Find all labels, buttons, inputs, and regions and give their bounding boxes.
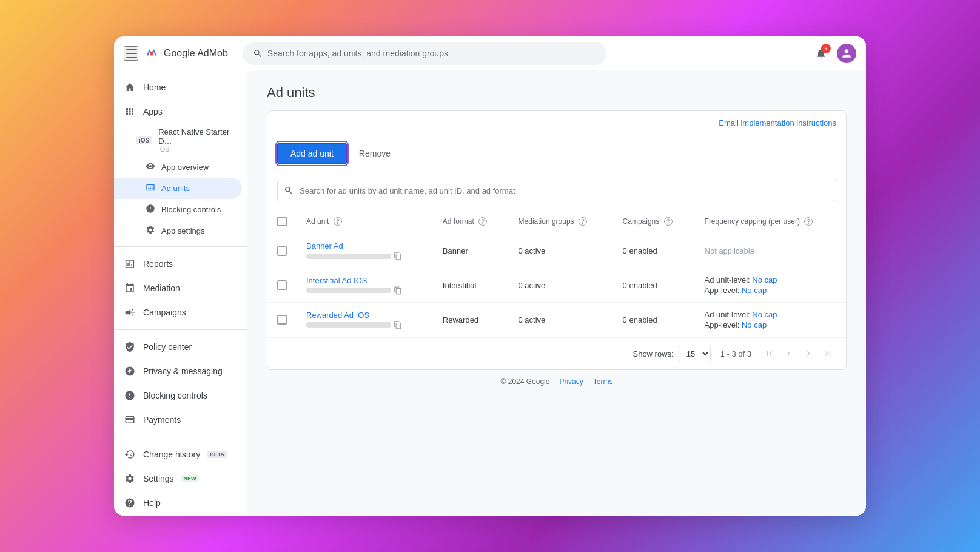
campaigns-1: 0 enabled [613, 268, 695, 303]
sidebar-item-apps[interactable]: Apps [114, 99, 242, 124]
ad-unit-name-2[interactable]: Rewarded Ad IOS [306, 311, 423, 320]
no-cap-app-1[interactable]: No cap [742, 286, 767, 295]
add-ad-unit-button[interactable]: Add ad unit [277, 143, 347, 164]
sidebar-sub-ad-units[interactable]: Ad units [114, 178, 242, 199]
blocking-controls-icon [146, 204, 155, 215]
new-badge: NEW [181, 475, 199, 482]
no-cap-unit-2[interactable]: No cap [752, 310, 777, 319]
sidebar-item-policy-center[interactable]: Policy center [114, 335, 242, 359]
logo-text: Google AdMob [164, 48, 228, 59]
email-implementation-link[interactable]: Email implementation instructions [719, 118, 836, 127]
table-search-input[interactable] [277, 180, 836, 201]
col-freq-capping: Frequency capping (per user) ? [695, 209, 846, 234]
ad-format-help-icon[interactable]: ? [478, 217, 487, 226]
policy-center-label: Policy center [143, 342, 192, 352]
select-all-header [267, 209, 297, 234]
rows-per-page-select[interactable]: 15 25 50 [679, 346, 711, 362]
freq-line2-1: App-level: No cap [705, 286, 836, 295]
campaigns-2: 0 enabled [613, 303, 695, 337]
mediation-icon [124, 282, 136, 294]
copy-icon-2[interactable] [394, 321, 402, 329]
apps-icon [124, 106, 136, 118]
sidebar-item-payments[interactable]: Payments [114, 408, 242, 432]
notification-button[interactable]: 3 [810, 42, 832, 64]
policy-icon [124, 341, 136, 353]
first-page-button[interactable] [761, 345, 778, 362]
row-checkbox-0[interactable] [277, 246, 287, 256]
col-ad-format: Ad format ? [433, 209, 509, 234]
avatar-button[interactable] [837, 44, 856, 63]
sidebar-app-item[interactable]: iOS React Native Starter D… iOS [114, 124, 247, 157]
avatar-icon [841, 47, 853, 59]
menu-button[interactable] [124, 46, 138, 61]
sidebar-sub-app-settings[interactable]: App settings [114, 220, 242, 241]
ad-unit-id-1 [306, 286, 423, 295]
freq-capping-2: Ad unit-level: No cap App-level: No cap [695, 303, 846, 337]
next-page-button[interactable] [800, 345, 817, 362]
sidebar-item-settings[interactable]: Settings NEW [114, 466, 242, 491]
notification-badge: 3 [821, 44, 831, 53]
sidebar-item-reports[interactable]: Reports [114, 252, 242, 276]
app-name: React Native Starter D… [158, 127, 237, 146]
sidebar-item-campaigns[interactable]: Campaigns [114, 300, 242, 325]
remove-button[interactable]: Remove [352, 144, 398, 163]
app-platform: iOS [158, 146, 237, 153]
sidebar-item-help[interactable]: Help [114, 491, 242, 515]
freq-capping-1: Ad unit-level: No cap App-level: No cap [695, 268, 846, 303]
terms-link[interactable]: Terms [593, 377, 613, 386]
search-icon [253, 49, 263, 58]
col-ad-unit: Ad unit ? [297, 209, 433, 234]
mediation-help-icon[interactable]: ? [579, 217, 587, 226]
svg-point-1 [150, 52, 153, 55]
row-checkbox-1[interactable] [277, 280, 287, 290]
logo-area: Google AdMob [143, 45, 228, 62]
blocking-controls-sub-label: Blocking controls [161, 205, 221, 214]
select-all-checkbox[interactable] [277, 217, 287, 226]
sidebar-item-home[interactable]: Home [114, 75, 242, 99]
sidebar-item-feedback[interactable]: Feedback [114, 515, 242, 516]
ad-unit-name-0[interactable]: Banner Ad [306, 241, 423, 251]
col-mediation: Mediation groups ? [509, 209, 613, 234]
not-applicable-0: Not applicable [705, 246, 754, 255]
col-freq-capping-label: Frequency capping (per user) [705, 217, 800, 226]
copy-icon-1[interactable] [394, 286, 402, 295]
ad-unit-name-1[interactable]: Interstitial Ad IOS [306, 276, 423, 285]
sidebar-item-privacy-messaging[interactable]: Privacy & messaging [114, 359, 242, 383]
col-ad-format-label: Ad format [443, 217, 474, 226]
no-cap-unit-1[interactable]: No cap [752, 275, 777, 284]
privacy-link[interactable]: Privacy [559, 377, 583, 386]
sidebar: Home Apps iOS React Native Starter D… iO… [114, 70, 247, 516]
sidebar-sub-app-overview[interactable]: App overview [114, 157, 242, 178]
admob-logo-icon [143, 45, 160, 62]
row-checkbox-2[interactable] [277, 315, 287, 325]
freq-help-icon[interactable]: ? [804, 217, 813, 226]
app-info: React Native Starter D… iOS [158, 127, 237, 153]
freq-line2-2: App-level: No cap [705, 320, 836, 329]
last-page-button[interactable] [819, 345, 836, 362]
campaigns-0: 0 enabled [613, 234, 695, 268]
campaigns-label: Campaigns [143, 308, 186, 317]
sidebar-item-blocking-controls[interactable]: Blocking controls [114, 383, 242, 408]
ad-units-table: Ad unit ? Ad format ? Mediation groups ? [267, 209, 846, 337]
pagination-row: Show rows: 15 25 50 1 - 3 of 3 [267, 337, 846, 369]
divider-3 [114, 437, 247, 437]
payments-icon [124, 414, 136, 426]
topbar-right: 3 [810, 42, 856, 64]
reports-icon [124, 258, 136, 270]
ad-unit-help-icon[interactable]: ? [334, 217, 342, 226]
card-top-row: Email implementation instructions [267, 111, 846, 135]
no-cap-app-2[interactable]: No cap [742, 320, 767, 329]
ad-format-2: Rewarded [433, 303, 509, 337]
prev-page-button[interactable] [780, 345, 797, 362]
home-label: Home [143, 82, 166, 92]
footer: © 2024 Google Privacy Terms [267, 370, 847, 388]
action-bar: Add ad unit Remove [267, 135, 846, 172]
sidebar-item-mediation[interactable]: Mediation [114, 276, 242, 300]
sidebar-sub-blocking-controls[interactable]: Blocking controls [114, 199, 242, 220]
ad-units-icon [146, 183, 155, 194]
mediation-groups-1: 0 active [509, 268, 613, 303]
search-input[interactable] [267, 49, 596, 58]
campaigns-help-icon[interactable]: ? [664, 217, 673, 226]
sidebar-item-change-history[interactable]: Change history BETA [114, 442, 242, 466]
copy-icon-0[interactable] [394, 252, 402, 260]
